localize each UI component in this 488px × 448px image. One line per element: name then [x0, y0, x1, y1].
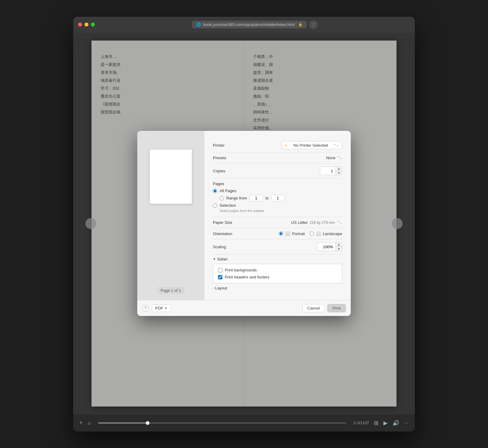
print-headers-checkbox[interactable]	[218, 275, 222, 279]
selection-radio[interactable]	[213, 203, 217, 208]
landscape-option[interactable]: ⬜ Landscape	[310, 231, 342, 236]
print-headers-label: Print headers and footers	[225, 275, 269, 279]
title-bar: 🌐 book.yunzhan365.com/xqcsj/alms/mobile/…	[73, 17, 415, 33]
progress-bar-fill	[98, 422, 148, 424]
copies-row: Copies 1 ▲ ▼	[213, 163, 342, 178]
layout-chevron-icon: ›	[213, 286, 214, 290]
scaling-decrement[interactable]: ▼	[336, 247, 342, 251]
printer-selector[interactable]: ⚠ No Printer Selected ⌃⌄	[281, 141, 342, 149]
maximize-button[interactable]	[91, 23, 95, 27]
printer-label: Printer	[213, 143, 224, 148]
bottom-toolbar: + ⌕ 2-3/1107 ⊞ ▶ 🔊 ···	[73, 414, 415, 432]
selection-row: Selection	[213, 203, 342, 208]
share-button[interactable]: ⤴	[309, 20, 318, 29]
printer-chevron-icon: ⌃⌄	[333, 143, 339, 147]
stepper-buttons: ▲ ▼	[336, 167, 342, 175]
presets-label: Presets	[213, 156, 226, 160]
print-dialog-overlay: Page 1 of 1 Printer ⚠ No Printer Selecte…	[73, 33, 415, 414]
print-backgrounds-label: Print backgrounds	[225, 268, 257, 272]
paper-size-selector[interactable]: US Letter 216 by 279 mm ⌃⌄	[291, 220, 342, 225]
minimize-button[interactable]	[84, 23, 88, 27]
all-pages-radio[interactable]	[213, 189, 217, 193]
warning-icon: ⚠	[284, 143, 288, 148]
pdf-label: PDF	[155, 306, 163, 310]
more-icon[interactable]: ···	[404, 420, 409, 426]
scaling-row: Scaling 100% ▲ ▼	[213, 239, 342, 254]
range-from-input[interactable]	[249, 195, 263, 201]
print-button[interactable]: Print	[327, 304, 346, 312]
print-backgrounds-checkbox[interactable]	[218, 268, 222, 272]
print-page-label: Page 1 of 1	[157, 287, 185, 294]
scaling-stepper-buttons: ▲ ▼	[336, 243, 342, 251]
safari-section-label: Safari	[217, 257, 228, 261]
footer-left: ? PDF ▼	[142, 304, 171, 312]
landscape-label: Landscape	[323, 231, 342, 236]
landscape-radio[interactable]	[310, 231, 314, 236]
presets-row: Presets None ⌃⌄	[213, 152, 342, 163]
print-preview-panel: Page 1 of 1	[137, 131, 204, 300]
copies-decrement[interactable]: ▼	[336, 171, 342, 175]
pdf-chevron-icon: ▼	[164, 306, 167, 310]
print-dialog: Page 1 of 1 Printer ⚠ No Printer Selecte…	[137, 131, 351, 316]
orientation-label: Orientation	[213, 231, 232, 236]
search-icon[interactable]: ⌕	[88, 420, 91, 426]
copies-stepper[interactable]: 1 ▲ ▼	[320, 167, 342, 175]
url-text: book.yunzhan365.com/xqcsj/alms/mobile/in…	[203, 22, 295, 27]
all-pages-row: All Pages	[213, 188, 342, 193]
presets-value: None	[326, 156, 336, 160]
range-radio[interactable]	[220, 196, 224, 200]
safari-disclosure[interactable]: ▼ Safari	[213, 257, 342, 261]
range-to-label: to	[265, 196, 269, 200]
copies-increment[interactable]: ▲	[336, 167, 342, 171]
grid-icon[interactable]: ⊞	[374, 420, 379, 426]
copies-value[interactable]: 1	[320, 168, 336, 174]
pdf-dropdown[interactable]: PDF ▼	[152, 304, 171, 312]
range-row: Range from to	[213, 195, 342, 201]
all-pages-label: All Pages	[220, 188, 236, 193]
browser-content: 上海市… 是一家提供 资本市场、 域具备行业 学习，202 重庆办公室 《国资国…	[73, 33, 415, 414]
presets-chevron-icon: ⌃⌄	[337, 156, 342, 160]
portrait-icon: ⬜	[285, 231, 290, 236]
pages-section: Pages All Pages Range from to	[213, 178, 342, 217]
portrait-radio[interactable]	[279, 231, 283, 236]
close-button[interactable]	[78, 23, 82, 27]
paper-size-chevron-icon: ⌃⌄	[337, 220, 342, 224]
cancel-button[interactable]: Cancel	[302, 304, 325, 312]
address-bar: 🌐 book.yunzhan365.com/xqcsj/alms/mobile/…	[100, 20, 410, 29]
progress-bar[interactable]	[98, 422, 346, 424]
globe-icon: 🌐	[196, 22, 201, 27]
audio-icon[interactable]: 🔊	[393, 420, 399, 426]
layout-section: › Layout	[213, 286, 342, 293]
printer-value: No Printer Selected	[293, 143, 328, 148]
presets-selector[interactable]: None ⌃⌄	[326, 156, 342, 160]
print-page-preview	[149, 149, 192, 204]
orientation-options: ⬜ Portrait ⬜ Landscape	[279, 231, 342, 236]
play-icon[interactable]: ▶	[383, 420, 388, 426]
paper-size-label: Paper Size	[213, 220, 232, 225]
safari-options: Print backgrounds Print headers and foot…	[213, 264, 342, 283]
portrait-option[interactable]: ⬜ Portrait	[279, 231, 305, 236]
scaling-increment[interactable]: ▲	[336, 243, 342, 247]
paper-size-value: US Letter	[291, 220, 308, 225]
printer-row: Printer ⚠ No Printer Selected ⌃⌄	[213, 138, 342, 152]
add-icon[interactable]: +	[79, 420, 83, 426]
scaling-stepper[interactable]: 100% ▲ ▼	[317, 242, 342, 251]
scaling-label: Scaling	[213, 245, 226, 249]
address-bar-inner[interactable]: 🌐 book.yunzhan365.com/xqcsj/alms/mobile/…	[192, 21, 307, 28]
scaling-value[interactable]: 100%	[317, 244, 336, 250]
paper-size-row: Paper Size US Letter 216 by 279 mm ⌃⌄	[213, 217, 342, 228]
copies-label: Copies	[213, 169, 225, 173]
selection-note: Select pages from the sidebar	[213, 209, 342, 213]
footer-right: Cancel Print	[302, 304, 346, 312]
traffic-lights	[78, 23, 95, 27]
paper-size-dims: 216 by 279 mm	[310, 220, 335, 225]
help-button[interactable]: ?	[142, 305, 149, 312]
page-counter: 2-3/1107	[353, 421, 369, 425]
print-settings-panel: Printer ⚠ No Printer Selected ⌃⌄ Presets	[204, 131, 351, 300]
browser-window: 🌐 book.yunzhan365.com/xqcsj/alms/mobile/…	[73, 17, 415, 432]
layout-section-label: Layout	[215, 286, 227, 290]
toolbar-right-icons: ⊞ ▶ 🔊 ···	[374, 420, 409, 426]
portrait-label: Portrait	[292, 231, 305, 236]
layout-disclosure[interactable]: › Layout	[213, 286, 342, 290]
range-to-input[interactable]	[271, 195, 285, 201]
